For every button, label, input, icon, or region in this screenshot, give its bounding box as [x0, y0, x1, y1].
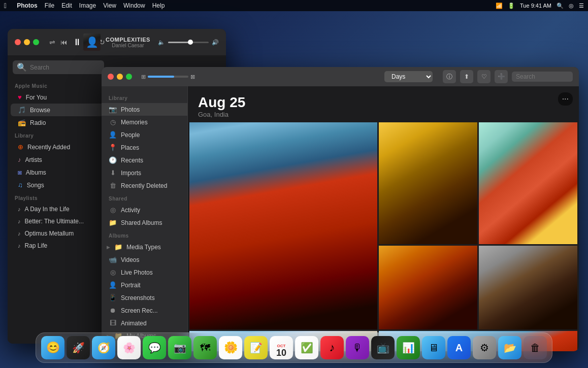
sidebar-item-playlist-2[interactable]: ♪ Better: The Ultimate...: [11, 215, 106, 227]
ps-item-memories[interactable]: ◷ Memories: [102, 116, 187, 128]
ps-item-screenshots[interactable]: 📱 Screenshots: [102, 291, 187, 304]
dock-item-music[interactable]: ♪: [320, 336, 344, 359]
view-menu[interactable]: View: [103, 2, 116, 9]
photos-date: Aug 25: [198, 94, 569, 111]
dock-item-systemprefs[interactable]: ⚙: [473, 336, 496, 359]
dock-item-notes[interactable]: 📝: [244, 336, 268, 359]
photos-search-input[interactable]: [512, 72, 573, 82]
battery-icon[interactable]: 🔋: [508, 3, 515, 9]
ps-item-live-photos[interactable]: ◎ Live Photos: [102, 266, 187, 279]
dock-item-calendar[interactable]: OCT 10: [270, 336, 293, 359]
photos-maximize-button[interactable]: [126, 74, 132, 80]
ps-item-places[interactable]: 📍 Places: [102, 141, 187, 154]
ps-item-people[interactable]: 👤 People: [102, 128, 187, 141]
play-pause-button[interactable]: ⏸: [73, 37, 82, 48]
search-input[interactable]: [30, 64, 100, 71]
close-button[interactable]: [15, 39, 21, 45]
volume-fill: [168, 42, 190, 43]
dock-item-photos[interactable]: 🌼: [219, 336, 242, 359]
add-button[interactable]: ➕: [495, 70, 508, 83]
dock-item-appstore[interactable]: A: [447, 336, 471, 359]
dock-item-numbers[interactable]: 📊: [397, 336, 420, 359]
dock-item-facetime[interactable]: 📷: [168, 336, 191, 359]
info-button[interactable]: ⓘ: [443, 70, 456, 83]
music-traffic-lights: [15, 39, 39, 45]
recents-icon: 🕐: [109, 156, 117, 164]
dock-item-finder[interactable]: 😊: [41, 336, 64, 359]
ps-item-imports[interactable]: ⬇ Imports: [102, 166, 187, 179]
dock-item-folder[interactable]: 📂: [498, 336, 521, 359]
photos-body: Library 📷 Photos ◷ Memories 👤 People 📍 P…: [102, 86, 579, 351]
portrait-icon: 👤: [109, 281, 117, 289]
photos-window: ⊞ ⊠ Days Months Years All Photos ⓘ ⬆ ♡ ➕: [102, 67, 579, 351]
dock-item-podcasts[interactable]: 🎙: [346, 336, 369, 359]
ps-item-recently-deleted[interactable]: 🗑 Recently Deleted: [102, 179, 187, 192]
more-options-button[interactable]: ···: [558, 92, 573, 106]
siri-icon[interactable]: ◎: [569, 3, 574, 9]
photos-library-icon: 🌸: [123, 342, 136, 354]
days-dropdown[interactable]: Days Months Years All Photos: [384, 71, 433, 82]
sidebar-item-radio[interactable]: 📻 Radio: [11, 116, 106, 129]
ps-item-photos[interactable]: 📷 Photos: [102, 103, 187, 116]
photo-cell-mid-center[interactable]: [479, 246, 577, 329]
wifi-icon[interactable]: 📶: [496, 3, 503, 9]
photos-close-button[interactable]: [108, 74, 114, 80]
dock-item-tv[interactable]: 📺: [371, 336, 395, 359]
photos-minimize-button[interactable]: [117, 74, 123, 80]
image-menu[interactable]: Image: [79, 2, 96, 9]
search-icon[interactable]: 🔍: [557, 3, 564, 9]
ps-item-portrait[interactable]: 👤 Portrait: [102, 279, 187, 291]
ps-item-videos[interactable]: 📹 Videos: [102, 253, 187, 266]
dock-item-trash[interactable]: 🗑: [524, 336, 547, 359]
places-label: Places: [121, 144, 139, 151]
people-icon: 👤: [109, 131, 117, 139]
app-name-menu[interactable]: Photos: [17, 2, 38, 9]
favorite-button[interactable]: ♡: [477, 70, 491, 83]
sidebar-item-playlist-4[interactable]: ♪ Rap Life: [11, 240, 106, 252]
apple-menu[interactable]: : [4, 2, 7, 10]
photo-cell-main[interactable]: [189, 122, 377, 329]
edit-menu[interactable]: Edit: [61, 2, 72, 9]
ps-item-animated[interactable]: 🎞 Animated: [102, 317, 187, 329]
reminders-icon: ✅: [301, 342, 313, 354]
maximize-button[interactable]: [33, 39, 39, 45]
progress-bar[interactable]: [148, 76, 188, 78]
ps-item-activity[interactable]: ◎ Activity: [102, 204, 187, 216]
photo-cell-top-mid[interactable]: [379, 122, 477, 244]
control-center-icon[interactable]: ☰: [579, 3, 584, 9]
search-box[interactable]: 🔍: [13, 60, 104, 74]
sidebar-item-recently-added[interactable]: ⊕ Recently Added: [11, 141, 106, 153]
window-menu[interactable]: Window: [123, 2, 145, 9]
library-section-header: Library: [102, 91, 187, 103]
sidebar-item-songs[interactable]: ♫ Songs: [11, 179, 106, 191]
minimize-button[interactable]: [24, 39, 30, 45]
file-menu[interactable]: File: [45, 2, 54, 9]
sidebar-item-artists[interactable]: ♪ Artists: [11, 153, 106, 166]
ps-item-screen-rec[interactable]: ⏺ Screen Rec...: [102, 304, 187, 317]
help-menu[interactable]: Help: [152, 2, 165, 9]
ps-item-media-types[interactable]: ▶ 📁 Media Types: [102, 241, 187, 253]
volume-slider[interactable]: [168, 42, 209, 43]
playlists-section-label: Playlists: [8, 191, 109, 203]
photo-cell-mid-left[interactable]: [379, 246, 477, 329]
dock-item-photos-library[interactable]: 🌸: [117, 336, 141, 359]
sidebar-item-browse[interactable]: 🎵 Browse: [11, 104, 106, 116]
sidebar-item-for-you[interactable]: ♥ For You: [11, 91, 106, 104]
dock-item-messages[interactable]: 💬: [143, 336, 166, 359]
prev-button[interactable]: ⏮: [60, 38, 68, 46]
sidebar-item-playlist-1[interactable]: ♪ A Day In the Life: [11, 203, 106, 215]
ps-item-recents[interactable]: 🕐 Recents: [102, 154, 187, 166]
share-button[interactable]: ⬆: [460, 70, 473, 83]
albums-section-header: Albums: [102, 229, 187, 241]
dock-item-safari[interactable]: 🧭: [92, 336, 115, 359]
dock-item-launchpad[interactable]: 🚀: [67, 336, 90, 359]
dock-item-migration[interactable]: 🖥: [422, 336, 445, 359]
shuffle-button[interactable]: ⇌: [49, 38, 55, 46]
dock-item-maps[interactable]: 🗺: [193, 336, 217, 359]
messages-icon: 💬: [148, 342, 161, 354]
sidebar-item-albums[interactable]: ◙ Albums: [11, 166, 106, 179]
photo-cell-top-right[interactable]: [479, 122, 577, 244]
ps-item-shared-albums[interactable]: 📁 Shared Albums: [102, 216, 187, 229]
sidebar-item-playlist-3[interactable]: ♪ Optimus Metallum: [11, 227, 106, 240]
dock-item-reminders[interactable]: ✅: [295, 336, 318, 359]
